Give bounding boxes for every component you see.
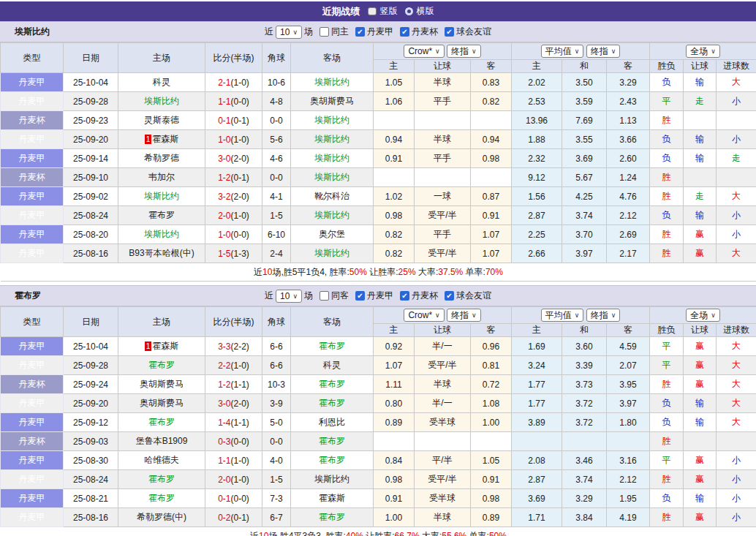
home-team-name[interactable]: 科灵 bbox=[153, 77, 170, 87]
avg-away-odds: 2.43 bbox=[607, 92, 650, 111]
home-team-name[interactable]: 埃斯比约 bbox=[144, 191, 179, 201]
table-row: 丹麦甲 25-09-02 埃斯比约 3-2(2-0) 4-1 靴尔科治 1.02… bbox=[1, 187, 756, 206]
league-label[interactable]: 丹麦甲 bbox=[367, 26, 393, 38]
rank-badge: 1 bbox=[145, 341, 152, 351]
scope-select[interactable]: 全场∨ bbox=[686, 45, 720, 58]
same-venue-checkbox[interactable] bbox=[320, 291, 329, 301]
avg-source-select[interactable]: 平均值∨ bbox=[541, 45, 584, 58]
home-team-name[interactable]: 霍布罗 bbox=[148, 474, 175, 484]
scope-select[interactable]: 全场∨ bbox=[686, 309, 720, 322]
away-team-name[interactable]: 奥胡斯费马 bbox=[310, 96, 354, 106]
away-team-name[interactable]: 利恩比 bbox=[319, 417, 345, 427]
away-team-name[interactable]: 埃斯比约 bbox=[314, 474, 349, 484]
away-team-name[interactable]: 埃斯比约 bbox=[314, 153, 349, 163]
away-team-name[interactable]: 霍布罗 bbox=[319, 436, 345, 446]
halftime-score: (1-0) bbox=[231, 361, 249, 371]
away-team-name[interactable]: 奥尔堡 bbox=[319, 229, 345, 239]
layout-option-label[interactable]: 竖版 bbox=[380, 5, 398, 18]
avg-stage-select[interactable]: 终指∨ bbox=[586, 45, 621, 58]
fulltime-score: 1-2 bbox=[218, 173, 230, 183]
away-team-name[interactable]: 霍布罗 bbox=[319, 341, 345, 351]
cup-label[interactable]: 丹麦杯 bbox=[412, 290, 438, 302]
home-team-name[interactable]: 奥胡斯费马 bbox=[140, 379, 184, 389]
avg-source-select[interactable]: 平均值∨ bbox=[541, 309, 584, 322]
result-wdl: 胜 bbox=[650, 111, 684, 130]
result-wdl: 胜 bbox=[650, 508, 684, 527]
away-team-name[interactable]: 霍布罗 bbox=[319, 398, 345, 408]
home-team-name[interactable]: 霍森斯 bbox=[152, 134, 178, 144]
handicap-home-odds: 0.94 bbox=[374, 130, 415, 149]
home-team-name[interactable]: 霍布罗 bbox=[148, 360, 175, 370]
result-wdl: 胜 bbox=[650, 225, 684, 244]
score-cell: 2-0(1-0) bbox=[205, 206, 262, 225]
same-venue-label[interactable]: 同客 bbox=[331, 290, 349, 302]
home-team-name[interactable]: 希勒罗德 bbox=[144, 153, 179, 163]
home-team-cell: 霍布罗 bbox=[118, 206, 205, 225]
home-team-name[interactable]: 灵斯泰德 bbox=[144, 115, 179, 125]
away-team-name[interactable]: 埃斯比约 bbox=[314, 134, 349, 144]
home-team-name[interactable]: B93哥本哈根(中) bbox=[129, 248, 194, 258]
cup-checkbox[interactable]: ✔ bbox=[400, 27, 409, 37]
away-team-name[interactable]: 霍布罗 bbox=[319, 455, 345, 465]
friendly-checkbox[interactable]: ✔ bbox=[445, 291, 454, 301]
away-team-name[interactable]: 埃斯比约 bbox=[314, 248, 349, 258]
result-handicap: 赢 bbox=[684, 470, 717, 489]
away-team-name[interactable]: 埃斯比约 bbox=[314, 172, 349, 182]
home-team-name[interactable]: 堡鲁本B1909 bbox=[136, 436, 188, 446]
corner-cell: 10-6 bbox=[262, 73, 291, 92]
handicap-home-odds: 1.06 bbox=[374, 92, 415, 111]
league-label[interactable]: 丹麦甲 bbox=[367, 290, 393, 302]
home-team-name[interactable]: 韦加尔 bbox=[148, 172, 175, 182]
result-wdl: 负 bbox=[650, 149, 684, 168]
away-team-name[interactable]: 埃斯比约 bbox=[314, 210, 349, 220]
away-team-name[interactable]: 霍布罗 bbox=[319, 512, 345, 522]
home-team-name[interactable]: 霍森斯 bbox=[152, 341, 178, 351]
friendly-checkbox[interactable]: ✔ bbox=[445, 27, 454, 37]
away-team-name[interactable]: 科灵 bbox=[323, 360, 341, 370]
avg-home-odds: 2.02 bbox=[512, 73, 562, 92]
radio-unselected-icon[interactable] bbox=[405, 7, 413, 15]
cup-checkbox[interactable]: ✔ bbox=[400, 291, 409, 301]
away-team-name[interactable]: 霍森斯 bbox=[319, 493, 345, 503]
corner-cell: 4-1 bbox=[262, 187, 291, 206]
home-team-name[interactable]: 埃斯比约 bbox=[144, 229, 179, 239]
radio-selected-icon[interactable] bbox=[368, 7, 377, 15]
away-team-name[interactable]: 埃斯比约 bbox=[314, 77, 349, 87]
same-venue-label[interactable]: 同主 bbox=[331, 26, 349, 38]
league-type-cell: 丹麦甲 bbox=[1, 508, 64, 527]
avg-stage-select[interactable]: 终指∨ bbox=[586, 309, 621, 322]
handicap-away-odds: 1.07 bbox=[471, 225, 512, 244]
layout-option-vertical[interactable]: 竖版 bbox=[368, 5, 398, 18]
home-team-name[interactable]: 希勒罗德(中) bbox=[137, 512, 186, 522]
odds-stage-select[interactable]: 终指∨ bbox=[447, 309, 481, 322]
league-checkbox[interactable]: ✔ bbox=[355, 27, 365, 37]
scope-value: 全场 bbox=[690, 46, 708, 56]
fulltime-score: 0-1 bbox=[218, 116, 230, 126]
col-goals: 进球数 bbox=[717, 324, 756, 337]
home-team-name[interactable]: 哈维德夫 bbox=[144, 455, 179, 465]
date-cell: 25-10-04 bbox=[64, 73, 118, 92]
col-corner: 角球 bbox=[262, 43, 291, 73]
home-team-name[interactable]: 霍布罗 bbox=[148, 210, 175, 220]
away-team-name[interactable]: 埃斯比约 bbox=[314, 115, 349, 125]
cup-label[interactable]: 丹麦杯 bbox=[412, 26, 438, 38]
home-team-name[interactable]: 霍布罗 bbox=[148, 417, 175, 427]
friendly-label[interactable]: 球会友谊 bbox=[456, 26, 491, 38]
home-team-name[interactable]: 霍布罗 bbox=[148, 493, 175, 503]
odds-source-select[interactable]: Crow*∨ bbox=[404, 309, 444, 322]
recent-count-select[interactable]: 10∨ bbox=[276, 290, 302, 303]
away-team-name[interactable]: 霍布罗 bbox=[319, 379, 345, 389]
league-checkbox[interactable]: ✔ bbox=[355, 291, 365, 301]
away-team-name[interactable]: 靴尔科治 bbox=[314, 191, 349, 201]
same-venue-checkbox[interactable] bbox=[320, 27, 329, 37]
recent-count-select[interactable]: 10∨ bbox=[276, 26, 302, 39]
result-handicap: 输 bbox=[684, 130, 717, 149]
layout-option-label[interactable]: 横版 bbox=[417, 5, 434, 18]
odds-stage-select[interactable]: 终指∨ bbox=[447, 45, 481, 58]
layout-option-horizontal[interactable]: 横版 bbox=[405, 5, 434, 18]
home-team-name[interactable]: 埃斯比约 bbox=[144, 96, 179, 106]
home-team-name[interactable]: 奥胡斯费马 bbox=[140, 398, 184, 408]
odds-source-select[interactable]: Crow*∨ bbox=[404, 45, 444, 58]
result-goals: 大 bbox=[717, 413, 756, 432]
friendly-label[interactable]: 球会友谊 bbox=[456, 290, 491, 302]
